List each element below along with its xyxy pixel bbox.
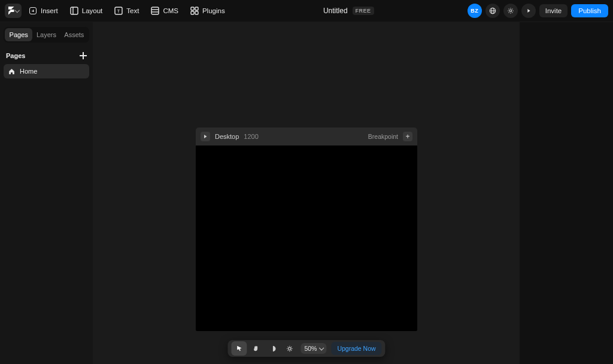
add-breakpoint-button[interactable]: + bbox=[403, 132, 412, 141]
publish-button[interactable]: Publish bbox=[571, 4, 608, 17]
cms-menu[interactable]: CMS bbox=[146, 4, 183, 17]
globe-button[interactable] bbox=[485, 4, 500, 18]
app-menu-button[interactable] bbox=[5, 4, 22, 18]
chevron-down-icon bbox=[14, 8, 19, 13]
zoom-value: 50% bbox=[304, 345, 317, 352]
pages-section-title: Pages bbox=[6, 52, 25, 59]
svg-rect-0 bbox=[71, 7, 78, 14]
home-icon bbox=[8, 68, 15, 75]
svg-point-15 bbox=[288, 347, 290, 350]
breakpoint-label: Breakpoint bbox=[368, 133, 398, 140]
framer-logo-icon bbox=[8, 7, 14, 15]
cms-label: CMS bbox=[163, 7, 178, 14]
insert-label: Insert bbox=[41, 7, 58, 14]
select-tool[interactable] bbox=[231, 341, 247, 356]
topbar-left: Insert Layout T Text CMS Plugins bbox=[5, 4, 230, 18]
left-panel: Pages Layers Assets Pages Home bbox=[0, 22, 93, 364]
preview-button[interactable] bbox=[521, 4, 536, 18]
tab-layers[interactable]: Layers bbox=[32, 28, 60, 41]
upgrade-button[interactable]: Upgrade Now bbox=[331, 342, 381, 355]
zoom-dropdown[interactable]: 50% bbox=[301, 343, 326, 354]
svg-rect-8 bbox=[195, 7, 198, 10]
svg-rect-4 bbox=[151, 7, 159, 14]
page-item-home[interactable]: Home bbox=[4, 64, 89, 78]
layout-menu[interactable]: Layout bbox=[65, 4, 108, 17]
comment-tool[interactable] bbox=[265, 341, 280, 356]
topbar-right: BZ Invite Publish bbox=[468, 4, 608, 18]
tab-pages[interactable]: Pages bbox=[5, 28, 32, 41]
add-page-button[interactable] bbox=[80, 52, 87, 59]
project-title[interactable]: Untitled bbox=[323, 7, 348, 15]
page-item-label: Home bbox=[20, 68, 37, 75]
topbar-center: Untitled FREE bbox=[230, 7, 468, 15]
svg-rect-9 bbox=[191, 11, 194, 14]
plan-badge: FREE bbox=[353, 7, 374, 15]
frame-preview-button[interactable] bbox=[201, 132, 210, 141]
comment-icon bbox=[269, 345, 277, 353]
canvas[interactable]: Desktop 1200 Breakpoint + 50% Upgrade No… bbox=[93, 22, 520, 364]
invite-button[interactable]: Invite bbox=[539, 4, 568, 17]
plugins-menu[interactable]: Plugins bbox=[186, 4, 230, 17]
frame-name[interactable]: Desktop bbox=[215, 133, 239, 140]
svg-point-14 bbox=[509, 10, 511, 11]
svg-rect-10 bbox=[195, 11, 198, 14]
topbar: Insert Layout T Text CMS Plugins bbox=[0, 0, 613, 22]
chevron-down-icon bbox=[319, 345, 324, 350]
text-icon: T bbox=[114, 7, 123, 15]
sun-icon bbox=[286, 345, 293, 353]
text-label: Text bbox=[126, 7, 139, 14]
pages-section-header: Pages bbox=[6, 52, 87, 59]
svg-rect-7 bbox=[191, 7, 194, 10]
user-avatar[interactable]: BZ bbox=[468, 4, 482, 18]
bottom-toolbar: 50% Upgrade Now bbox=[227, 340, 385, 357]
gear-icon bbox=[507, 7, 514, 14]
settings-button[interactable] bbox=[503, 4, 518, 18]
layout-label: Layout bbox=[82, 7, 103, 14]
insert-menu[interactable]: Insert bbox=[24, 4, 63, 17]
svg-text:T: T bbox=[117, 8, 120, 14]
play-icon bbox=[203, 134, 208, 139]
plugins-label: Plugins bbox=[202, 7, 225, 14]
cms-icon bbox=[151, 7, 159, 15]
right-panel bbox=[520, 22, 613, 364]
frame[interactable]: Desktop 1200 Breakpoint + bbox=[196, 128, 417, 331]
plugins-icon bbox=[190, 7, 199, 15]
tab-assets[interactable]: Assets bbox=[60, 28, 88, 41]
frame-header: Desktop 1200 Breakpoint + bbox=[196, 128, 417, 145]
frame-body[interactable] bbox=[196, 145, 417, 331]
theme-tool[interactable] bbox=[281, 341, 297, 356]
text-menu[interactable]: T Text bbox=[110, 4, 144, 17]
hand-icon bbox=[252, 345, 260, 353]
globe-icon bbox=[489, 7, 496, 14]
hand-tool[interactable] bbox=[248, 341, 263, 356]
play-icon bbox=[525, 7, 532, 14]
panel-tabs: Pages Layers Assets bbox=[4, 27, 89, 43]
insert-icon bbox=[29, 7, 37, 15]
layout-icon bbox=[70, 7, 78, 15]
frame-width: 1200 bbox=[244, 133, 258, 140]
cursor-icon bbox=[235, 345, 243, 353]
